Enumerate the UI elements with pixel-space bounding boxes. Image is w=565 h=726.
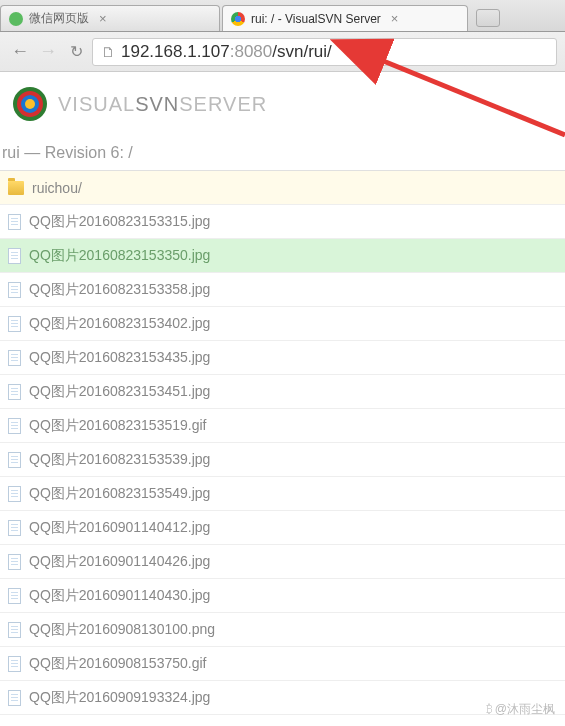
logo-text: VISUALSVNSERVER [58, 93, 267, 116]
file-icon [8, 316, 21, 332]
file-name: QQ图片20160823153435.jpg [29, 349, 210, 367]
tab-wechat[interactable]: 微信网页版 × [0, 5, 220, 31]
file-row[interactable]: QQ图片20160823153549.jpg [0, 477, 565, 511]
file-name: QQ图片20160823153549.jpg [29, 485, 210, 503]
folder-icon [8, 181, 24, 195]
file-name: QQ图片20160901140412.jpg [29, 519, 210, 537]
wechat-icon [9, 12, 23, 26]
visualsvn-logo-icon [12, 86, 48, 122]
file-row[interactable]: QQ图片20160901140426.jpg [0, 545, 565, 579]
tab-label: rui: / - VisualSVN Server [251, 12, 381, 26]
url-path: /svn/rui/ [272, 42, 332, 62]
revision-line: rui — Revision 6: / [0, 140, 565, 170]
file-icon [8, 520, 21, 536]
file-name: QQ图片20160823153315.jpg [29, 213, 210, 231]
file-name: QQ图片20160908130100.png [29, 621, 215, 639]
file-row[interactable]: QQ图片20160823153451.jpg [0, 375, 565, 409]
new-tab-button[interactable] [476, 9, 500, 27]
file-name: QQ图片20160901140430.jpg [29, 587, 210, 605]
forward-button[interactable]: → [36, 40, 60, 64]
close-icon[interactable]: × [99, 11, 107, 26]
file-name: QQ图片20160901140426.jpg [29, 553, 210, 571]
file-name: QQ图片20160823153350.jpg [29, 247, 210, 265]
chrome-icon [231, 12, 245, 26]
file-row[interactable]: QQ图片20160823153402.jpg [0, 307, 565, 341]
url-port: :8080 [230, 42, 273, 62]
page-content: VISUALSVNSERVER rui — Revision 6: / ruic… [0, 72, 565, 715]
file-name: QQ图片20160823153402.jpg [29, 315, 210, 333]
file-name: QQ图片20160909193324.jpg [29, 689, 210, 707]
file-icon [8, 588, 21, 604]
page-icon: 🗋 [101, 44, 115, 60]
file-row[interactable]: QQ图片20160823153539.jpg [0, 443, 565, 477]
file-icon [8, 554, 21, 570]
folder-row[interactable]: ruichou/ [0, 171, 565, 205]
back-button[interactable]: ← [8, 40, 32, 64]
file-row[interactable]: QQ图片20160909193324.jpg [0, 681, 565, 715]
file-row[interactable]: QQ图片20160823153350.jpg [0, 239, 565, 273]
file-icon [8, 452, 21, 468]
browser-tabs: 微信网页版 × rui: / - VisualSVN Server × [0, 0, 565, 32]
svg-point-3 [25, 99, 35, 109]
file-icon [8, 282, 21, 298]
address-bar: ← → ↻ 🗋 192.168.1.107:8080/svn/rui/ [0, 32, 565, 72]
file-row[interactable]: QQ图片20160823153315.jpg [0, 205, 565, 239]
reload-button[interactable]: ↻ [64, 40, 88, 64]
file-name: QQ图片20160823153451.jpg [29, 383, 210, 401]
file-name: QQ图片20160908153750.gif [29, 655, 206, 673]
file-icon [8, 384, 21, 400]
file-name: QQ图片20160823153519.gif [29, 417, 206, 435]
file-row[interactable]: QQ图片20160908153750.gif [0, 647, 565, 681]
file-row[interactable]: QQ图片20160823153519.gif [0, 409, 565, 443]
url-host: 192.168.1.107 [121, 42, 230, 62]
file-row[interactable]: QQ图片20160901140430.jpg [0, 579, 565, 613]
file-icon [8, 690, 21, 706]
tab-visualsvn[interactable]: rui: / - VisualSVN Server × [222, 5, 468, 31]
file-icon [8, 418, 21, 434]
file-icon [8, 214, 21, 230]
tab-label: 微信网页版 [29, 10, 89, 27]
file-row[interactable]: QQ图片20160901140412.jpg [0, 511, 565, 545]
file-row[interactable]: QQ图片20160823153435.jpg [0, 341, 565, 375]
file-icon [8, 486, 21, 502]
file-icon [8, 656, 21, 672]
close-icon[interactable]: × [391, 11, 399, 26]
file-icon [8, 248, 21, 264]
file-name: QQ图片20160823153539.jpg [29, 451, 210, 469]
file-name: ruichou/ [32, 180, 82, 196]
watermark-icon: ₿ [486, 702, 493, 716]
file-row[interactable]: QQ图片20160823153358.jpg [0, 273, 565, 307]
url-input[interactable]: 🗋 192.168.1.107:8080/svn/rui/ [92, 38, 557, 66]
file-icon [8, 622, 21, 638]
logo-row: VISUALSVNSERVER [0, 86, 565, 122]
file-list: ruichou/QQ图片20160823153315.jpgQQ图片201608… [0, 170, 565, 715]
watermark: ₿@沐雨尘枫 [486, 701, 555, 718]
file-row[interactable]: QQ图片20160908130100.png [0, 613, 565, 647]
file-name: QQ图片20160823153358.jpg [29, 281, 210, 299]
file-icon [8, 350, 21, 366]
